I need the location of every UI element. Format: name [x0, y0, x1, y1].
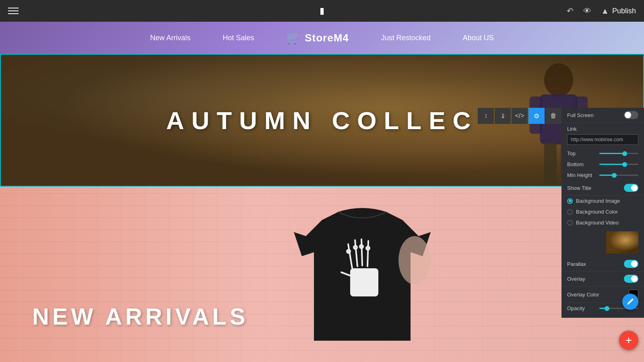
bottom-slider-row: Bottom [561, 159, 644, 170]
code-button[interactable]: </> [512, 108, 528, 124]
parallax-label: Parallax [567, 261, 586, 267]
bg-image-radio[interactable] [567, 198, 573, 204]
opacity-label: Opacity [567, 305, 595, 311]
fab-edit-button[interactable] [622, 294, 638, 310]
overlay-color-label: Overlay Color [567, 292, 599, 298]
min-height-slider[interactable] [599, 175, 638, 176]
top-bar-center: ▮ [320, 6, 324, 16]
nav-link-about-us[interactable]: About US [463, 34, 494, 42]
parallax-toggle[interactable] [624, 260, 638, 268]
main-content: AUTUMN COLLEC ↕ ⇓ </> ⚙ 🗑 Full Screen Li… [0, 54, 644, 362]
nav-link-hot-sales[interactable]: Hot Sales [223, 34, 254, 42]
link-label: Link [567, 126, 577, 132]
nav-link-just-restocked[interactable]: Just Restocked [381, 34, 431, 42]
top-slider[interactable] [599, 153, 638, 154]
thumbnail-inner [606, 231, 638, 253]
top-label: Top [567, 150, 595, 156]
top-bar-left [8, 8, 19, 14]
settings-button[interactable]: ⚙ [528, 108, 545, 124]
link-label-row: Link [561, 123, 644, 133]
new-arrivals-section: NEW ARRIVALS [0, 187, 644, 362]
full-screen-row: Full Screen [561, 108, 644, 123]
svg-point-12 [347, 250, 350, 253]
logo-text: StoreM4 [305, 32, 349, 44]
preview-icon[interactable]: 👁 [583, 6, 591, 16]
min-height-slider-row: Min Height [561, 170, 644, 181]
publish-label: Publish [612, 7, 636, 15]
show-title-row: Show Title [561, 181, 644, 195]
bg-image-label: Background Image [576, 198, 620, 204]
show-title-label: Show Title [567, 185, 591, 191]
sort-button[interactable]: ↕ [478, 108, 494, 124]
min-height-label: Min Height [567, 172, 595, 178]
bg-image-row[interactable]: Background Image [561, 195, 644, 206]
nav-bar: New Arrivals Hot Sales 🛒 StoreM4 Just Re… [0, 22, 644, 54]
top-bar-right: ↶ 👁 ▲ Publish [567, 6, 636, 16]
nav-logo: 🛒 StoreM4 [286, 31, 349, 45]
nav-link-new-arrivals[interactable]: New Arrivals [150, 34, 190, 42]
parallax-row: Parallax [561, 257, 644, 272]
svg-point-13 [354, 246, 357, 249]
bg-color-radio[interactable] [567, 209, 573, 215]
link-input[interactable] [567, 134, 638, 145]
svg-point-15 [366, 247, 369, 250]
bottom-label: Bottom [567, 161, 595, 167]
overlay-row: Overlay [561, 272, 644, 286]
svg-point-0 [544, 63, 573, 97]
add-icon: + [625, 335, 632, 346]
svg-line-10 [367, 241, 368, 266]
fab-add-button[interactable]: + [619, 331, 638, 350]
bg-color-row[interactable]: Background Color [561, 206, 644, 217]
delete-button[interactable]: 🗑 [545, 108, 561, 124]
top-bar: ▮ ↶ 👁 ▲ Publish [0, 0, 644, 22]
svg-point-14 [360, 245, 363, 248]
upload-icon: ▲ [601, 6, 609, 16]
overlay-label: Overlay [567, 276, 585, 282]
undo-button[interactable]: ↶ [567, 6, 574, 16]
bottom-slider[interactable] [599, 164, 638, 165]
hamburger-menu[interactable] [8, 8, 19, 14]
bg-video-radio[interactable] [567, 220, 573, 226]
download-button[interactable]: ⇓ [495, 108, 511, 124]
show-title-toggle[interactable] [624, 184, 638, 192]
settings-panel: Full Screen Link Top Bottom [561, 108, 644, 318]
link-input-row [561, 133, 644, 148]
publish-button[interactable]: ▲ Publish [601, 6, 636, 16]
svg-rect-6 [350, 268, 378, 296]
overlay-toggle[interactable] [624, 275, 638, 283]
full-screen-label: Full Screen [567, 112, 594, 118]
svg-rect-4 [544, 142, 557, 184]
cart-icon: 🛒 [286, 31, 301, 45]
new-arrivals-title: NEW ARRIVALS [32, 303, 248, 330]
bg-color-label: Background Color [576, 209, 618, 215]
phone-icon: ▮ [320, 6, 324, 16]
svg-point-16 [398, 236, 431, 284]
bg-video-row[interactable]: Background Video [561, 217, 644, 228]
bg-video-label: Background Video [576, 220, 619, 226]
skeleton-figure [262, 187, 463, 362]
full-screen-toggle[interactable] [624, 111, 638, 119]
thumbnail-row [561, 228, 644, 257]
svg-line-9 [361, 239, 362, 265]
hero-title: AUTUMN COLLEC [166, 106, 478, 135]
section-toolbar: ↕ ⇓ </> ⚙ 🗑 [478, 108, 561, 124]
top-slider-row: Top [561, 148, 644, 159]
bg-thumbnail[interactable] [606, 231, 638, 253]
